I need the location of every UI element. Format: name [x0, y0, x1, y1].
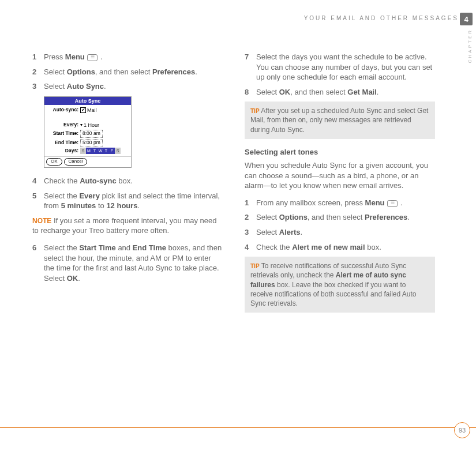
- day-t2[interactable]: T: [103, 148, 109, 154]
- tip-box-1: TIP After you set up a scheduled Auto Sy…: [245, 102, 435, 139]
- tip-label: TIP: [250, 108, 260, 114]
- chapter-number-badge: 4: [460, 13, 473, 25]
- day-t[interactable]: T: [92, 148, 98, 154]
- text: Press: [44, 52, 65, 61]
- autosync-label: Auto-sync:: [47, 107, 80, 113]
- tip-text: box. Leave the box checked if you want t…: [250, 281, 417, 307]
- bold: OK: [67, 274, 78, 283]
- step-8: 8 Select OK, and then select Get Mail.: [245, 87, 435, 97]
- text: box.: [365, 243, 381, 251]
- text: .: [98, 52, 102, 61]
- dropdown-icon[interactable]: ▾: [80, 122, 83, 129]
- bold: Auto Sync: [67, 82, 104, 91]
- bold: Preferences: [152, 67, 195, 76]
- text: Check the: [256, 243, 292, 251]
- text: Select: [256, 228, 279, 236]
- every-label: Every:: [47, 122, 80, 128]
- step-1: 1 Press Menu ☰ .: [32, 52, 223, 62]
- step-text: Press Menu ☰ .: [44, 52, 223, 62]
- bold: Get Mail: [347, 88, 377, 96]
- day-s[interactable]: S: [80, 148, 86, 154]
- step-number: 4: [32, 176, 44, 186]
- bold: 12 hours: [106, 201, 137, 210]
- menu-icon: ☰: [387, 200, 398, 207]
- step-number: 7: [245, 52, 256, 82]
- step-4: 4 Check the Auto-sync box.: [32, 176, 223, 186]
- step-text: Select the days you want the schedule to…: [256, 52, 435, 82]
- dialog-title: Auto Sync: [44, 97, 131, 105]
- start-time-value[interactable]: 8:00 am: [80, 130, 103, 137]
- tip-text: After you set up a scheduled Auto Sync a…: [250, 107, 428, 133]
- text: Select: [256, 88, 279, 96]
- step-7: 7 Select the days you want the schedule …: [245, 52, 435, 82]
- text: Check the: [44, 176, 80, 185]
- text: box.: [117, 176, 133, 185]
- text: .: [398, 198, 402, 207]
- step-6: 6 Select the Start Time and End Time box…: [32, 243, 223, 283]
- tip-label: TIP: [250, 263, 260, 269]
- step-text: Select OK, and then select Get Mail.: [256, 87, 435, 97]
- running-header: YOUR EMAIL AND OTHER MESSAGES: [0, 15, 459, 21]
- step-3: 3 Select Auto Sync.: [32, 81, 223, 92]
- step-r2: 2 Select Options, and then select Prefer…: [245, 212, 435, 223]
- text: to: [96, 201, 106, 210]
- step-text: Select Auto Sync.: [44, 81, 223, 92]
- note-label: NOTE: [32, 217, 51, 225]
- bold: Preferences: [365, 213, 407, 221]
- step-r1: 1 From any mailbox screen, press Menu ☰ …: [245, 198, 435, 208]
- step-r4: 4 Check the Alert me of new mail box.: [245, 242, 435, 253]
- day-f[interactable]: F: [109, 148, 115, 154]
- step-number: 1: [32, 52, 44, 62]
- every-value[interactable]: 1 Hour: [84, 122, 99, 129]
- text: .: [301, 228, 303, 236]
- text: .: [195, 67, 197, 76]
- page-number-badge: 93: [454, 422, 470, 438]
- autosync-value: Mail: [87, 107, 97, 114]
- step-number: 3: [245, 227, 256, 238]
- auto-sync-screenshot: Auto Sync Auto-sync: ✔ Mail Every: ▾ 1 H…: [44, 96, 132, 168]
- bold: OK: [279, 88, 291, 96]
- text: .: [78, 274, 80, 283]
- step-text: Select the Start Time and End Time boxes…: [44, 243, 223, 283]
- step-text: Select Options, and then select Preferen…: [44, 67, 223, 77]
- footer-rule: [0, 427, 476, 428]
- days-picker[interactable]: S M T W T F S: [80, 148, 121, 154]
- day-w[interactable]: W: [98, 148, 103, 154]
- step-number: 2: [32, 67, 44, 77]
- step-r3: 3 Select Alerts.: [245, 227, 435, 238]
- step-text: Select Alerts.: [256, 227, 435, 238]
- cancel-button[interactable]: Cancel: [64, 158, 88, 166]
- bold: Alert me of new mail: [292, 243, 365, 251]
- autosync-checkbox[interactable]: ✔: [80, 107, 86, 113]
- menu-icon: ☰: [87, 54, 98, 61]
- day-m[interactable]: M: [86, 148, 92, 154]
- chapter-label: CHAPTER: [467, 29, 473, 63]
- step-5: 5 Select the Every pick list and select …: [32, 191, 223, 211]
- step-number: 6: [32, 243, 44, 283]
- day-s2[interactable]: S: [115, 148, 121, 154]
- text: .: [407, 213, 410, 221]
- text: .: [104, 82, 106, 91]
- text: , and then select: [308, 213, 365, 221]
- ok-button[interactable]: OK: [46, 158, 62, 166]
- bold: 5 minutes: [61, 201, 96, 210]
- step-text: From any mailbox screen, press Menu ☰ .: [256, 198, 435, 208]
- days-label: Days:: [47, 148, 80, 154]
- text: and: [116, 243, 133, 252]
- bold: Menu: [365, 198, 385, 207]
- step-number: 4: [245, 242, 256, 253]
- text: Select: [256, 213, 279, 221]
- bold: Alerts: [279, 228, 301, 236]
- start-time-label: Start Time:: [47, 130, 80, 137]
- text: , and then select: [290, 88, 347, 96]
- end-time-label: End Time:: [47, 140, 80, 146]
- text: Select: [44, 67, 67, 76]
- text: .: [138, 201, 140, 210]
- text: Select the: [44, 243, 79, 252]
- end-time-value[interactable]: 5:00 pm: [80, 139, 103, 146]
- note-text: If you set a more frequent interval, you…: [32, 216, 217, 235]
- step-number: 2: [245, 212, 256, 223]
- step-number: 1: [245, 198, 256, 208]
- step-text: Check the Alert me of new mail box.: [256, 242, 435, 253]
- step-number: 5: [32, 191, 44, 211]
